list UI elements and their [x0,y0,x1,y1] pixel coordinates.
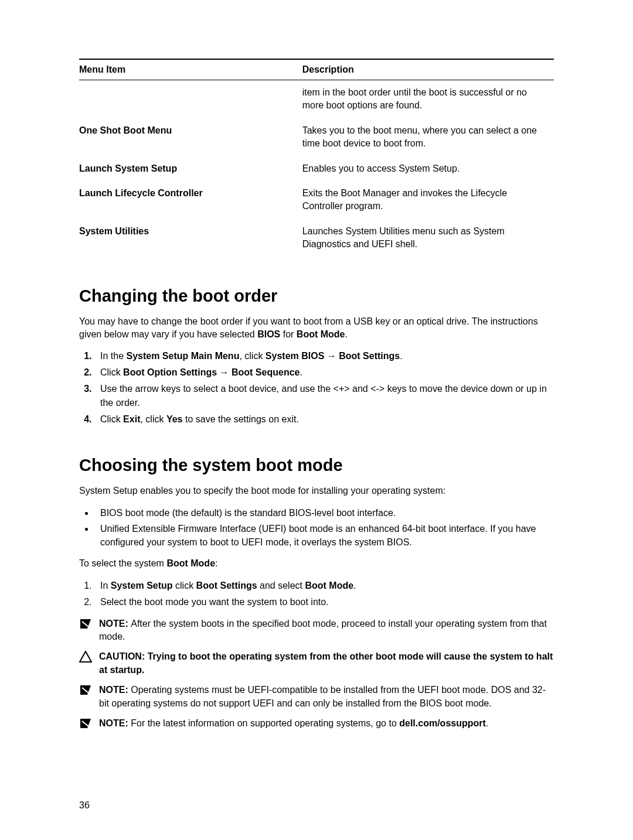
text-bold: BIOS [257,329,280,339]
table-cell-desc: item in the boot order until the boot is… [302,80,554,118]
list-item: In the System Setup Main Menu, click Sys… [94,349,554,363]
text: . [300,367,302,377]
caution-icon [79,651,92,663]
text-bold: System Setup Main Menu [126,351,239,361]
list-item: Unified Extensible Firmware Interface (U… [94,522,554,549]
text: click [173,581,196,590]
table-cell-item: Launch Lifecycle Controller [79,181,302,219]
note-text: NOTE: For the latest information on supp… [99,717,554,730]
text: . [400,351,402,361]
table-cell-desc: Takes you to the boot menu, where you ca… [302,118,554,156]
table-header-desc: Description [302,59,554,80]
table-cell-desc: Exits the Boot Manager and invokes the L… [302,181,554,219]
table-row: item in the boot order until the boot is… [79,80,554,118]
list-item: Click Exit, click Yes to save the settin… [94,412,554,426]
note-label: NOTE: [99,619,131,629]
text: and select [257,581,305,590]
text: For the latest information on supported … [131,718,399,728]
paragraph: To select the system Boot Mode: [79,557,554,570]
menu-table: Menu Item Description item in the boot o… [79,59,554,257]
ordered-list: In the System Setup Main Menu, click Sys… [79,349,554,426]
text-bold: Exit [123,414,140,424]
list-item: BIOS boot mode (the default) is the stan… [94,506,554,520]
text: . [353,581,356,590]
table-header-item: Menu Item [79,59,302,80]
page-number: 36 [79,800,90,811]
text-bold: Boot Mode [166,558,215,568]
text-bold: System Setup [111,581,173,590]
caution-label: CAUTION: [99,651,148,661]
text: to save the settings on exit. [183,414,299,424]
list-item: Click Boot Option Settings → Boot Sequen… [94,366,554,380]
note-callout: NOTE: After the system boots in the spec… [79,617,554,644]
table-row: Launch System Setup Enables you to acces… [79,156,554,181]
table-cell-desc: Launches System Utilities menu such as S… [302,219,554,257]
list-item: In System Setup click Boot Settings and … [94,579,554,593]
caution-callout: CAUTION: Trying to boot the operating sy… [79,650,554,677]
text-bold: Boot Sequence [232,367,300,377]
note-text: NOTE: Operating systems must be UEFI-com… [99,684,554,710]
note-label: NOTE: [99,685,131,695]
note-icon [79,718,92,729]
paragraph: System Setup enables you to specify the … [79,484,554,497]
text: Click [100,414,123,424]
text-bold: Boot Mode [305,581,353,590]
table-row: Launch Lifecycle Controller Exits the Bo… [79,181,554,219]
text: Operating systems must be UEFI-compatibl… [99,685,546,708]
text: After the system boots in the specified … [99,619,547,641]
text-bold: Boot Settings [339,351,400,361]
note-callout: NOTE: Operating systems must be UEFI-com… [79,684,554,710]
table-cell-item: One Shot Boot Menu [79,118,302,156]
text: , click [239,351,265,361]
page: Menu Item Description item in the boot o… [0,0,633,840]
text: : [215,558,217,568]
note-callout: NOTE: For the latest information on supp… [79,717,554,730]
table-row: One Shot Boot Menu Takes you to the boot… [79,118,554,156]
text: To select the system [79,558,166,568]
text: . [345,329,348,339]
table-row: System Utilities Launches System Utiliti… [79,219,554,257]
table-cell-desc: Enables you to access System Setup. [302,156,554,181]
table-cell-item: System Utilities [79,219,302,257]
table-cell-item [79,80,302,118]
paragraph: You may have to change the boot order if… [79,315,554,342]
text-bold: Boot Mode [297,329,345,339]
list-item: Select the boot mode you want the system… [94,595,554,609]
text: → [324,351,339,361]
text: In [100,581,111,590]
text-bold: System BIOS [266,351,324,361]
text: for [280,329,297,339]
heading-changing-boot-order: Changing the boot order [79,286,554,306]
note-icon [79,618,92,630]
ordered-list: In System Setup click Boot Settings and … [79,579,554,609]
text: . [486,718,488,728]
text-bold: Boot Option Settings [123,367,217,377]
text: Click [100,367,123,377]
text-bold: Yes [166,414,183,424]
note-label: NOTE: [99,718,131,728]
note-text: NOTE: After the system boots in the spec… [99,617,554,644]
bullet-list: BIOS boot mode (the default) is the stan… [79,506,554,549]
table-cell-item: Launch System Setup [79,156,302,181]
text: In the [100,351,126,361]
heading-choosing-boot-mode: Choosing the system boot mode [79,456,554,475]
text: , click [140,414,166,424]
link-text: dell.com/ossupport [399,718,486,728]
caution-text: CAUTION: Trying to boot the operating sy… [99,650,554,677]
text-bold: Boot Settings [196,581,257,590]
note-icon [79,684,92,696]
text-bold: Trying to boot the operating system from… [99,651,553,674]
list-item: Use the arrow keys to select a boot devi… [94,382,554,410]
text: → [217,367,232,377]
